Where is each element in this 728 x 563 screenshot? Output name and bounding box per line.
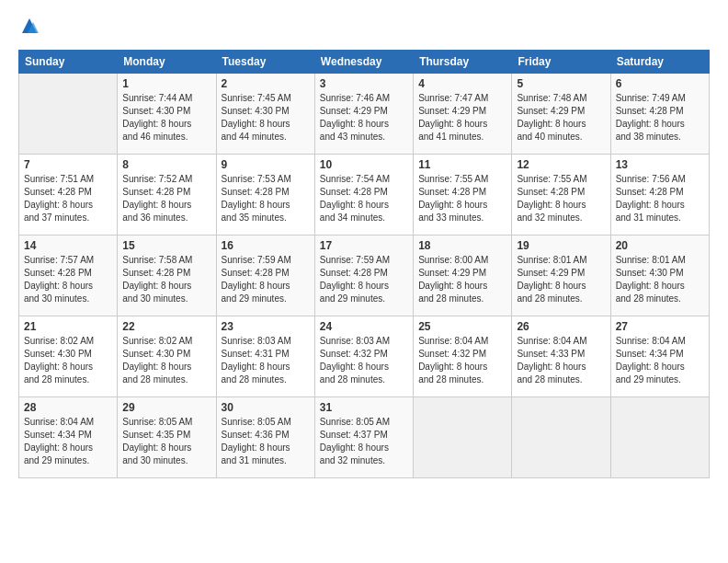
calendar-cell: 12Sunrise: 7:55 AMSunset: 4:28 PMDayligh…: [512, 155, 610, 236]
calendar-cell: 19Sunrise: 8:01 AMSunset: 4:29 PMDayligh…: [512, 236, 610, 316]
calendar-cell: 28Sunrise: 8:04 AMSunset: 4:34 PMDayligh…: [19, 397, 118, 478]
day-number: 25: [418, 320, 506, 333]
day-number: 28: [24, 401, 112, 414]
day-number: 5: [517, 77, 605, 90]
calendar-cell: 6Sunrise: 7:49 AMSunset: 4:28 PMDaylight…: [610, 74, 709, 155]
cell-content: Sunrise: 8:02 AMSunset: 4:30 PMDaylight:…: [24, 335, 112, 386]
calendar-cell: 23Sunrise: 8:03 AMSunset: 4:31 PMDayligh…: [216, 316, 314, 397]
cell-content: Sunrise: 7:55 AMSunset: 4:28 PMDaylight:…: [517, 173, 605, 224]
day-header-sunday: Sunday: [19, 51, 118, 74]
header-row: SundayMondayTuesdayWednesdayThursdayFrid…: [19, 51, 710, 74]
day-number: 8: [122, 158, 210, 171]
calendar-cell: 4Sunrise: 7:47 AMSunset: 4:29 PMDaylight…: [414, 74, 512, 155]
day-number: 30: [222, 401, 310, 414]
page-header: [18, 17, 710, 39]
calendar-cell: 20Sunrise: 8:01 AMSunset: 4:30 PMDayligh…: [610, 236, 709, 316]
day-header-friday: Friday: [512, 51, 610, 74]
cell-content: Sunrise: 7:56 AMSunset: 4:28 PMDaylight:…: [616, 173, 704, 224]
cell-content: Sunrise: 8:04 AMSunset: 4:32 PMDaylight:…: [418, 335, 506, 386]
day-number: 13: [616, 158, 704, 171]
cell-content: Sunrise: 7:52 AMSunset: 4:28 PMDaylight:…: [122, 173, 210, 224]
calendar-cell: 14Sunrise: 7:57 AMSunset: 4:28 PMDayligh…: [19, 236, 118, 316]
week-row-3: 21Sunrise: 8:02 AMSunset: 4:30 PMDayligh…: [19, 316, 710, 397]
week-row-4: 28Sunrise: 8:04 AMSunset: 4:34 PMDayligh…: [19, 397, 710, 478]
day-number: 16: [222, 239, 310, 252]
cell-content: Sunrise: 7:49 AMSunset: 4:28 PMDaylight:…: [616, 92, 704, 144]
calendar-table: SundayMondayTuesdayWednesdayThursdayFrid…: [18, 50, 710, 478]
calendar-cell: 18Sunrise: 8:00 AMSunset: 4:29 PMDayligh…: [414, 236, 512, 316]
day-number: 17: [320, 239, 408, 252]
calendar-cell: 22Sunrise: 8:02 AMSunset: 4:30 PMDayligh…: [118, 316, 216, 397]
week-row-2: 14Sunrise: 7:57 AMSunset: 4:28 PMDayligh…: [19, 236, 710, 316]
calendar-cell: 21Sunrise: 8:02 AMSunset: 4:30 PMDayligh…: [19, 316, 118, 397]
day-number: 21: [24, 320, 112, 333]
day-header-saturday: Saturday: [610, 51, 709, 74]
cell-content: Sunrise: 8:05 AMSunset: 4:35 PMDaylight:…: [122, 416, 210, 467]
week-row-1: 7Sunrise: 7:51 AMSunset: 4:28 PMDaylight…: [19, 155, 710, 236]
day-number: 10: [320, 158, 408, 171]
logo-icon: [18, 17, 40, 39]
day-number: 22: [122, 320, 210, 333]
cell-content: Sunrise: 7:48 AMSunset: 4:29 PMDaylight:…: [517, 92, 605, 144]
cell-content: Sunrise: 8:05 AMSunset: 4:36 PMDaylight:…: [222, 416, 310, 467]
day-number: 27: [616, 320, 704, 333]
cell-content: Sunrise: 7:59 AMSunset: 4:28 PMDaylight:…: [320, 254, 408, 305]
cell-content: Sunrise: 7:58 AMSunset: 4:28 PMDaylight:…: [122, 254, 210, 305]
calendar-cell: 5Sunrise: 7:48 AMSunset: 4:29 PMDaylight…: [512, 74, 610, 155]
day-number: 9: [222, 158, 310, 171]
calendar-header: SundayMondayTuesdayWednesdayThursdayFrid…: [19, 51, 710, 74]
day-number: 3: [320, 77, 408, 90]
calendar-cell: 8Sunrise: 7:52 AMSunset: 4:28 PMDaylight…: [118, 155, 216, 236]
cell-content: Sunrise: 8:04 AMSunset: 4:34 PMDaylight:…: [616, 335, 704, 386]
calendar-cell: 13Sunrise: 7:56 AMSunset: 4:28 PMDayligh…: [610, 155, 709, 236]
calendar-cell: [610, 397, 709, 478]
cell-content: Sunrise: 8:03 AMSunset: 4:31 PMDaylight:…: [222, 335, 310, 386]
day-number: 11: [418, 158, 506, 171]
day-header-monday: Monday: [118, 51, 216, 74]
cell-content: Sunrise: 7:53 AMSunset: 4:28 PMDaylight:…: [222, 173, 310, 224]
calendar-cell: 15Sunrise: 7:58 AMSunset: 4:28 PMDayligh…: [118, 236, 216, 316]
cell-content: Sunrise: 8:00 AMSunset: 4:29 PMDaylight:…: [418, 254, 506, 305]
cell-content: Sunrise: 7:45 AMSunset: 4:30 PMDaylight:…: [222, 92, 310, 144]
cell-content: Sunrise: 8:04 AMSunset: 4:34 PMDaylight:…: [24, 416, 112, 467]
day-number: 20: [616, 239, 704, 252]
calendar-body: 1Sunrise: 7:44 AMSunset: 4:30 PMDaylight…: [19, 74, 710, 478]
page-container: SundayMondayTuesdayWednesdayThursdayFrid…: [0, 0, 728, 563]
cell-content: Sunrise: 8:01 AMSunset: 4:30 PMDaylight:…: [616, 254, 704, 305]
day-number: 31: [320, 401, 408, 414]
calendar-cell: 26Sunrise: 8:04 AMSunset: 4:33 PMDayligh…: [512, 316, 610, 397]
calendar-cell: 2Sunrise: 7:45 AMSunset: 4:30 PMDaylight…: [216, 74, 314, 155]
day-header-wednesday: Wednesday: [314, 51, 413, 74]
cell-content: Sunrise: 7:44 AMSunset: 4:30 PMDaylight:…: [122, 92, 210, 144]
day-number: 18: [418, 239, 506, 252]
cell-content: Sunrise: 7:51 AMSunset: 4:28 PMDaylight:…: [24, 173, 112, 224]
cell-content: Sunrise: 7:59 AMSunset: 4:28 PMDaylight:…: [222, 254, 310, 305]
calendar-cell: 10Sunrise: 7:54 AMSunset: 4:28 PMDayligh…: [314, 155, 413, 236]
calendar-cell: 27Sunrise: 8:04 AMSunset: 4:34 PMDayligh…: [610, 316, 709, 397]
calendar-cell: 7Sunrise: 7:51 AMSunset: 4:28 PMDaylight…: [19, 155, 118, 236]
day-number: 19: [517, 239, 605, 252]
calendar-cell: [512, 397, 610, 478]
day-number: 2: [222, 77, 310, 90]
calendar-cell: 30Sunrise: 8:05 AMSunset: 4:36 PMDayligh…: [216, 397, 314, 478]
cell-content: Sunrise: 8:03 AMSunset: 4:32 PMDaylight:…: [320, 335, 408, 386]
cell-content: Sunrise: 7:46 AMSunset: 4:29 PMDaylight:…: [320, 92, 408, 144]
day-number: 7: [24, 158, 112, 171]
day-number: 24: [320, 320, 408, 333]
logo: [18, 17, 44, 39]
day-number: 4: [418, 77, 506, 90]
cell-content: Sunrise: 8:05 AMSunset: 4:37 PMDaylight:…: [320, 416, 408, 467]
calendar-cell: 3Sunrise: 7:46 AMSunset: 4:29 PMDaylight…: [314, 74, 413, 155]
calendar-cell: [19, 74, 118, 155]
cell-content: Sunrise: 7:55 AMSunset: 4:28 PMDaylight:…: [418, 173, 506, 224]
day-header-tuesday: Tuesday: [216, 51, 314, 74]
calendar-cell: 1Sunrise: 7:44 AMSunset: 4:30 PMDaylight…: [118, 74, 216, 155]
cell-content: Sunrise: 7:54 AMSunset: 4:28 PMDaylight:…: [320, 173, 408, 224]
calendar-cell: 25Sunrise: 8:04 AMSunset: 4:32 PMDayligh…: [414, 316, 512, 397]
day-number: 1: [122, 77, 210, 90]
day-number: 15: [122, 239, 210, 252]
day-number: 6: [616, 77, 704, 90]
cell-content: Sunrise: 7:57 AMSunset: 4:28 PMDaylight:…: [24, 254, 112, 305]
calendar-cell: 29Sunrise: 8:05 AMSunset: 4:35 PMDayligh…: [118, 397, 216, 478]
calendar-cell: [414, 397, 512, 478]
